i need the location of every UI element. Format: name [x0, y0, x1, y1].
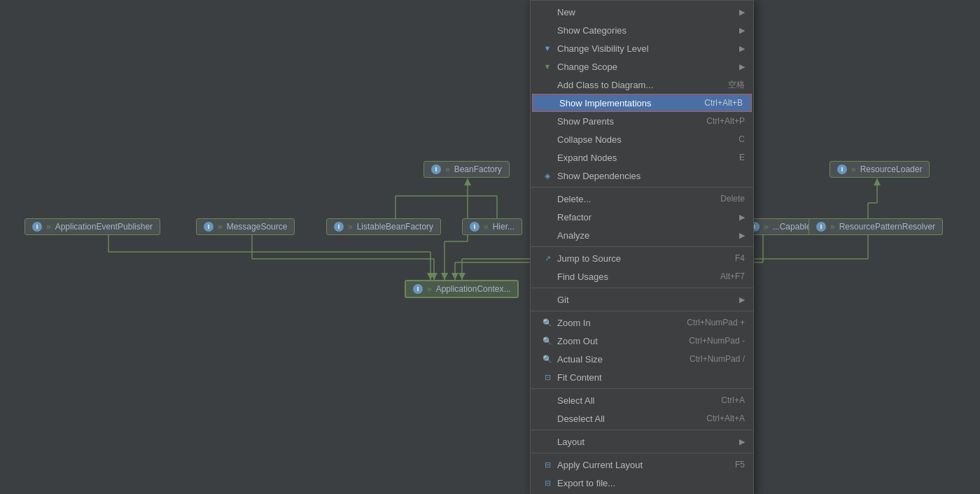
separator-6 — [531, 430, 753, 430]
submenu-arrow: ▶ — [739, 44, 745, 53]
menu-item-collapse-nodes[interactable]: Collapse Nodes C — [531, 130, 753, 148]
submenu-arrow: ▶ — [739, 437, 745, 446]
node-label: BeanFactory — [454, 164, 502, 174]
menu-label: Collapse Nodes — [557, 134, 622, 145]
jump-icon: ↗ — [542, 254, 553, 263]
node-label: ApplicationEventPublisher — [55, 222, 153, 232]
application-context-node[interactable]: I » ApplicationContex... — [405, 280, 519, 298]
menu-item-find-usages[interactable]: Find Usages Alt+F7 — [531, 267, 753, 285]
menu-label: Add Class to Diagram... — [557, 80, 653, 90]
message-source-node[interactable]: I » MessageSource — [196, 218, 295, 235]
shortcut-label: Delete — [720, 194, 745, 204]
menu-item-git[interactable]: Git ▶ — [531, 290, 753, 309]
submenu-arrow: ▶ — [739, 295, 745, 304]
menu-label: Zoom Out — [557, 336, 598, 346]
connectors-svg — [0, 0, 980, 494]
scope-icon: ▼ — [542, 62, 553, 71]
submenu-arrow: ▶ — [739, 8, 745, 17]
menu-item-fit-content[interactable]: ⊡ Fit Content — [531, 368, 753, 386]
apply-layout-icon: ⊟ — [542, 460, 553, 470]
menu-item-change-visibility[interactable]: ▼ Change Visibility Level ▶ — [531, 39, 753, 57]
export-icon: ⊟ — [542, 479, 553, 488]
menu-label: Find Usages — [557, 271, 608, 282]
interface-icon: I — [32, 222, 42, 232]
shortcut-label: Ctrl+NumPad / — [690, 354, 745, 364]
menu-item-select-all[interactable]: Select All Ctrl+A — [531, 391, 753, 409]
menu-item-show-parents[interactable]: Show Parents Ctrl+Alt+P — [531, 112, 753, 130]
svg-marker-20 — [458, 273, 465, 280]
resource-loader-node[interactable]: I » ResourceLoader — [830, 161, 930, 178]
resource-pattern-node[interactable]: I » ResourcePatternResolver — [808, 218, 943, 235]
node-label: MessageSource — [227, 222, 288, 232]
shortcut-label: Ctrl+Alt+B — [704, 98, 743, 108]
menu-item-add-class[interactable]: Add Class to Diagram... 空格 — [531, 76, 753, 94]
hierarchical-bean-node[interactable]: I » Hier... — [462, 218, 522, 235]
shortcut-label: 空格 — [728, 79, 745, 91]
interface-icon: I — [470, 222, 479, 232]
node-label: ...Capable — [773, 222, 811, 232]
menu-item-delete[interactable]: Delete... Delete — [531, 190, 753, 208]
dependencies-icon: ◈ — [542, 171, 553, 181]
menu-item-layout[interactable]: Layout ▶ — [531, 432, 753, 451]
app-event-publisher-node[interactable]: I » ApplicationEventPublisher — [24, 218, 160, 235]
shortcut-label: E — [739, 153, 745, 162]
menu-label: Jump to Source — [557, 253, 621, 264]
menu-label: Show Dependencies — [557, 171, 640, 181]
menu-item-zoom-out[interactable]: 🔍 Zoom Out Ctrl+NumPad - — [531, 332, 753, 350]
menu-label: Show Categories — [557, 25, 626, 36]
actual-size-icon: 🔍 — [542, 355, 553, 364]
menu-label: Git — [557, 295, 569, 305]
menu-label: Refactor — [557, 212, 592, 223]
menu-item-export[interactable]: ⊟ Export to file... — [531, 474, 753, 492]
separator-4 — [531, 311, 753, 311]
menu-item-new[interactable]: New ▶ — [531, 3, 753, 21]
interface-icon: I — [816, 222, 826, 232]
menu-label: Layout — [557, 437, 584, 447]
menu-label: Deselect All — [557, 414, 605, 424]
submenu-arrow: ▶ — [739, 26, 745, 35]
bean-factory-node[interactable]: I » BeanFactory — [424, 161, 510, 178]
node-label: ResourceLoader — [860, 164, 923, 174]
svg-marker-28 — [451, 273, 458, 280]
menu-item-show-dependencies[interactable]: ◈ Show Dependencies — [531, 167, 753, 185]
menu-item-apply-layout[interactable]: ⊟ Apply Current Layout F5 — [531, 456, 753, 474]
separator-1 — [531, 187, 753, 188]
node-label: ApplicationContex... — [436, 284, 511, 294]
menu-item-actual-size[interactable]: 🔍 Actual Size Ctrl+NumPad / — [531, 350, 753, 368]
zoom-out-icon: 🔍 — [542, 337, 553, 346]
menu-label: Expand Nodes — [557, 153, 617, 163]
fit-content-icon: ⊡ — [542, 373, 553, 382]
shortcut-label: C — [738, 134, 745, 144]
separator-3 — [531, 288, 753, 288]
node-label: Hier... — [493, 222, 514, 232]
shortcut-label: Ctrl+A — [721, 395, 745, 405]
menu-item-analyze[interactable]: Analyze ▶ — [531, 226, 753, 244]
menu-label: Show Parents — [557, 116, 614, 127]
submenu-arrow: ▶ — [739, 231, 745, 240]
listable-bean-factory-node[interactable]: I » ListableBeanFactory — [326, 218, 441, 235]
menu-item-jump-to-source[interactable]: ↗ Jump to Source F4 — [531, 249, 753, 267]
shortcut-label: Ctrl+Alt+P — [706, 116, 745, 126]
menu-item-show-implementations[interactable]: Show Implementations Ctrl+Alt+B — [532, 94, 752, 112]
menu-item-expand-nodes[interactable]: Expand Nodes E — [531, 148, 753, 167]
shortcut-label: F4 — [735, 253, 745, 263]
node-label: ResourcePatternResolver — [839, 222, 935, 232]
menu-label: Export to file... — [557, 478, 615, 488]
menu-item-zoom-in[interactable]: 🔍 Zoom In Ctrl+NumPad + — [531, 313, 753, 332]
menu-label: Delete... — [557, 194, 591, 204]
svg-marker-16 — [430, 273, 438, 280]
menu-item-show-categories[interactable]: Show Categories ▶ — [531, 21, 753, 39]
menu-item-refactor[interactable]: Refactor ▶ — [531, 208, 753, 226]
visibility-icon: ▼ — [542, 44, 553, 52]
menu-item-deselect-all[interactable]: Deselect All Ctrl+Alt+A — [531, 409, 753, 428]
menu-label: Analyze — [557, 230, 589, 241]
svg-marker-3 — [441, 273, 448, 280]
separator-5 — [531, 388, 753, 389]
svg-marker-12 — [427, 273, 434, 280]
svg-marker-6 — [464, 178, 471, 185]
menu-item-change-scope[interactable]: ▼ Change Scope ▶ — [531, 57, 753, 76]
menu-label: Change Scope — [557, 62, 617, 72]
interface-icon: I — [431, 164, 441, 174]
shortcut-label: Ctrl+Alt+A — [706, 414, 745, 423]
menu-label: Show Implementations — [559, 98, 652, 108]
